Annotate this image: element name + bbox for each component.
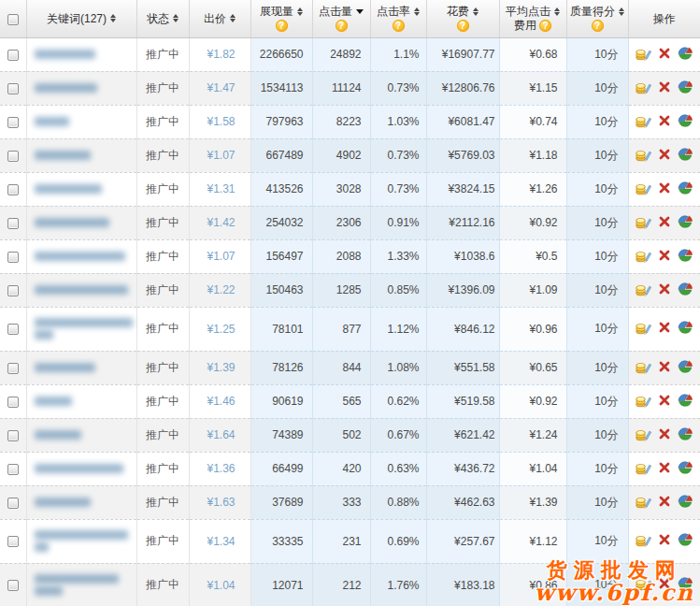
report-pie-chart-icon[interactable] xyxy=(678,494,693,509)
edit-bid-icon[interactable] xyxy=(636,147,651,162)
row-checkbox[interactable] xyxy=(7,50,19,61)
column-header-select-all[interactable] xyxy=(0,0,26,37)
delete-icon[interactable] xyxy=(658,114,671,127)
row-checkbox[interactable] xyxy=(7,117,19,128)
keyword-cell[interactable] xyxy=(26,239,136,273)
row-checkbox[interactable] xyxy=(7,464,19,475)
keyword-cell[interactable] xyxy=(26,307,136,351)
row-checkbox[interactable] xyxy=(7,397,19,408)
row-checkbox[interactable] xyxy=(7,498,19,509)
delete-icon[interactable] xyxy=(658,249,671,262)
help-icon[interactable]: ? xyxy=(276,20,288,32)
keyword-cell[interactable] xyxy=(26,105,136,138)
report-pie-chart-icon[interactable] xyxy=(678,147,693,162)
sort-arrows-icon[interactable] xyxy=(473,7,479,16)
sort-arrows-icon[interactable] xyxy=(230,14,236,22)
column-header-quality[interactable]: 质量得分 ? xyxy=(566,0,628,37)
help-icon[interactable]: ? xyxy=(393,20,405,32)
keyword-cell[interactable] xyxy=(26,563,136,606)
delete-icon[interactable] xyxy=(658,215,671,228)
column-header-ctr[interactable]: 点击率 ? xyxy=(370,0,426,37)
report-pie-chart-icon[interactable] xyxy=(678,113,693,128)
column-header-clicks[interactable]: 点击量 ? xyxy=(312,0,370,37)
edit-bid-icon[interactable] xyxy=(636,248,651,263)
sort-arrows-icon[interactable] xyxy=(297,7,303,16)
edit-bid-icon[interactable] xyxy=(636,79,651,94)
edit-bid-icon[interactable] xyxy=(636,359,651,374)
report-pie-chart-icon[interactable] xyxy=(678,214,693,229)
report-pie-chart-icon[interactable] xyxy=(678,576,693,591)
report-pie-chart-icon[interactable] xyxy=(678,46,693,61)
edit-bid-icon[interactable] xyxy=(636,576,651,591)
keyword-cell[interactable] xyxy=(26,206,136,239)
delete-icon[interactable] xyxy=(658,181,671,195)
edit-bid-icon[interactable] xyxy=(636,46,651,61)
report-pie-chart-icon[interactable] xyxy=(678,460,693,475)
keyword-cell[interactable] xyxy=(26,138,136,172)
sort-desc-icon[interactable] xyxy=(356,9,364,14)
help-icon[interactable]: ? xyxy=(539,20,551,32)
report-pie-chart-icon[interactable] xyxy=(678,281,693,296)
help-icon[interactable]: ? xyxy=(592,20,604,32)
row-checkbox[interactable] xyxy=(7,151,19,162)
delete-icon[interactable] xyxy=(658,148,671,161)
row-checkbox[interactable] xyxy=(7,252,19,263)
delete-icon[interactable] xyxy=(658,282,671,296)
help-icon[interactable]: ? xyxy=(336,20,348,32)
column-header-keyword[interactable]: 关键词(127) xyxy=(26,0,136,37)
edit-bid-icon[interactable] xyxy=(636,494,651,509)
report-pie-chart-icon[interactable] xyxy=(678,180,693,195)
delete-icon[interactable] xyxy=(658,461,671,474)
help-icon[interactable]: ? xyxy=(457,20,469,32)
sort-arrows-icon[interactable] xyxy=(110,14,116,22)
row-checkbox[interactable] xyxy=(7,536,19,547)
select-all-checkbox[interactable] xyxy=(7,14,19,25)
edit-bid-icon[interactable] xyxy=(636,426,651,441)
keyword-cell[interactable] xyxy=(26,37,136,71)
delete-icon[interactable] xyxy=(658,533,671,546)
edit-bid-icon[interactable] xyxy=(636,113,651,128)
row-checkbox[interactable] xyxy=(7,580,19,591)
column-header-status[interactable]: 状态 xyxy=(136,0,189,37)
row-checkbox[interactable] xyxy=(7,430,19,441)
keyword-cell[interactable] xyxy=(26,273,136,307)
delete-icon[interactable] xyxy=(658,360,671,373)
report-pie-chart-icon[interactable] xyxy=(678,359,693,374)
column-header-cost[interactable]: 花费 ? xyxy=(426,0,499,37)
row-checkbox[interactable] xyxy=(7,184,19,195)
keyword-cell[interactable] xyxy=(26,351,136,384)
edit-bid-icon[interactable] xyxy=(636,393,651,408)
row-checkbox[interactable] xyxy=(7,83,19,94)
edit-bid-icon[interactable] xyxy=(636,460,651,475)
delete-icon[interactable] xyxy=(658,47,671,60)
edit-bid-icon[interactable] xyxy=(636,532,651,547)
edit-bid-icon[interactable] xyxy=(636,320,651,335)
column-header-bid[interactable]: 出价 xyxy=(189,0,250,37)
keyword-cell[interactable] xyxy=(26,384,136,418)
sort-arrows-icon[interactable] xyxy=(173,14,179,22)
keyword-cell[interactable] xyxy=(26,452,136,485)
edit-bid-icon[interactable] xyxy=(636,180,651,195)
delete-icon[interactable] xyxy=(658,394,671,407)
sort-arrows-icon[interactable] xyxy=(414,7,420,16)
column-header-impressions[interactable]: 展现量 ? xyxy=(250,0,312,37)
delete-icon[interactable] xyxy=(658,321,671,334)
edit-bid-icon[interactable] xyxy=(636,281,651,296)
keyword-cell[interactable] xyxy=(26,71,136,105)
delete-icon[interactable] xyxy=(658,80,671,94)
report-pie-chart-icon[interactable] xyxy=(678,532,693,547)
report-pie-chart-icon[interactable] xyxy=(678,393,693,408)
keyword-cell[interactable] xyxy=(26,485,136,519)
report-pie-chart-icon[interactable] xyxy=(678,426,693,441)
edit-bid-icon[interactable] xyxy=(636,214,651,229)
delete-icon[interactable] xyxy=(658,427,671,440)
report-pie-chart-icon[interactable] xyxy=(678,248,693,263)
report-pie-chart-icon[interactable] xyxy=(678,320,693,335)
column-header-avg-cost[interactable]: 平均点击 费用 ? xyxy=(499,0,566,37)
keyword-cell[interactable] xyxy=(26,519,136,563)
delete-icon[interactable] xyxy=(658,577,671,590)
row-checkbox[interactable] xyxy=(7,285,19,296)
delete-icon[interactable] xyxy=(658,495,671,508)
row-checkbox[interactable] xyxy=(7,324,19,335)
report-pie-chart-icon[interactable] xyxy=(678,79,693,94)
